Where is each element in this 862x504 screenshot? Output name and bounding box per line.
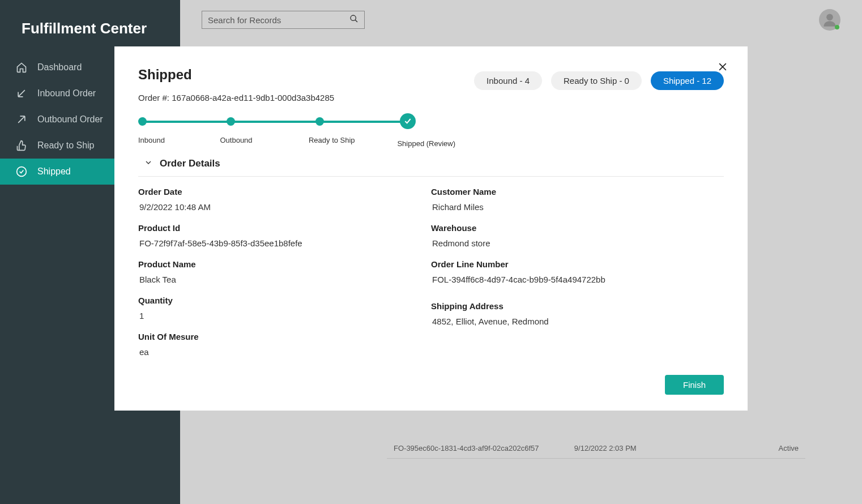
- field-value: FO-72f9f7af-58e5-43b9-85f3-d35ee1b8fefe: [138, 238, 431, 248]
- step-dot-icon: [315, 117, 324, 126]
- field-label: Shipping Address: [431, 301, 724, 311]
- step-ready-to-ship: Ready to Ship: [315, 117, 404, 148]
- step-dot-icon: [138, 117, 147, 126]
- field-value: 9/2/2022 10:48 AM: [138, 202, 431, 212]
- order-details-toggle[interactable]: Order Details: [138, 158, 724, 177]
- field-value: Redmond store: [431, 238, 724, 248]
- field-value: 4852, Elliot, Avenue, Redmond: [431, 317, 724, 326]
- chevron-down-icon: [144, 158, 153, 169]
- step-shipped: Shipped (Review): [404, 117, 455, 148]
- pill-ready-to-ship[interactable]: Ready to Ship - 0: [551, 71, 642, 90]
- field-label: Product Name: [138, 259, 431, 269]
- close-button[interactable]: [717, 61, 728, 75]
- field-value: 1: [138, 311, 431, 321]
- details-grid: Order Date9/2/2022 10:48 AM Product IdFO…: [138, 187, 724, 368]
- field-value: ea: [138, 347, 431, 357]
- step-dot-icon: [227, 117, 235, 126]
- field-label: Order Date: [138, 187, 431, 197]
- pill-shipped[interactable]: Shipped - 12: [651, 71, 724, 90]
- status-pills: Inbound - 4 Ready to Ship - 0 Shipped - …: [474, 71, 724, 90]
- finish-button[interactable]: Finish: [665, 375, 724, 395]
- order-number: Order #: 167a0668-a42a-ed11-9db1-000d3a3…: [138, 93, 334, 102]
- details-right: Customer NameRichard Miles WarehouseRedm…: [431, 187, 724, 368]
- field-value: Richard Miles: [431, 202, 724, 212]
- stepper: Inbound Outbound Ready to Ship Shipped (…: [138, 117, 455, 148]
- step-check-icon: [400, 113, 416, 129]
- field-label: Order Line Number: [431, 259, 724, 269]
- details-left: Order Date9/2/2022 10:48 AM Product IdFO…: [138, 187, 431, 368]
- field-label: Quantity: [138, 296, 431, 305]
- field-value: FOL-394ff6c8-4d97-4cac-b9b9-5f4a494722bb: [431, 275, 724, 284]
- field-label: Customer Name: [431, 187, 724, 197]
- section-title: Order Details: [160, 158, 220, 169]
- step-outbound: Outbound: [227, 117, 315, 148]
- field-label: Warehouse: [431, 223, 724, 233]
- shipped-modal: Shipped Order #: 167a0668-a42a-ed11-9db1…: [114, 46, 748, 411]
- field-label: Unit Of Mesure: [138, 332, 431, 341]
- modal-title: Shipped: [138, 67, 334, 83]
- field-value: Black Tea: [138, 275, 431, 284]
- pill-inbound[interactable]: Inbound - 4: [474, 71, 542, 90]
- field-label: Product Id: [138, 223, 431, 233]
- close-icon: [717, 61, 728, 72]
- step-inbound: Inbound: [138, 117, 227, 148]
- modal-overlay: Shipped Order #: 167a0668-a42a-ed11-9db1…: [0, 0, 862, 504]
